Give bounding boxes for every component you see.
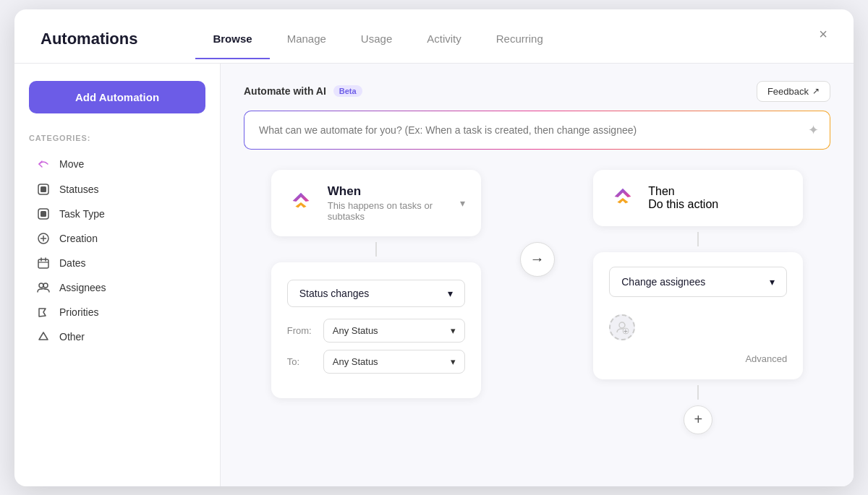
- then-card[interactable]: Then Do this action: [593, 170, 803, 226]
- tab-bar: BrowseManageUsageActivityRecurring: [195, 33, 827, 59]
- status-chevron-icon: ▾: [448, 288, 453, 299]
- add-automation-button[interactable]: Add Automation: [29, 81, 205, 113]
- ai-label-text: Automate with AI: [244, 85, 326, 97]
- svg-rect-7: [38, 259, 48, 268]
- connector-line-3: [697, 385, 699, 400]
- ai-bar: Automate with AI Beta Feedback ↗: [244, 81, 830, 102]
- when-card-text: When This happens on tasks or subtasks: [328, 184, 448, 222]
- svg-rect-3: [41, 211, 46, 217]
- automation-flow: When This happens on tasks or subtasks ▾…: [244, 170, 830, 434]
- when-title: When: [328, 184, 448, 199]
- sidebar-label-priorities: Priorities: [59, 306, 98, 318]
- assignee-area: +: [609, 309, 787, 346]
- action-label: Change assignees: [621, 276, 705, 288]
- sidebar-item-dates[interactable]: Dates: [29, 251, 205, 275]
- sidebar-item-task-type[interactable]: Task Type: [29, 202, 205, 226]
- ai-input[interactable]: [244, 111, 830, 150]
- from-status-value: Any Status: [333, 325, 378, 336]
- move-icon: [36, 158, 51, 171]
- close-button[interactable]: ×: [819, 27, 827, 41]
- modal-title: Automations: [41, 30, 137, 63]
- sidebar-label-dates: Dates: [59, 257, 86, 269]
- then-title: Then: [648, 185, 718, 198]
- change-assignees-dropdown[interactable]: Change assignees ▾: [609, 267, 787, 297]
- when-card[interactable]: When This happens on tasks or subtasks ▾: [271, 170, 481, 236]
- sidebar-label-other: Other: [59, 331, 85, 343]
- sidebar-label-statuses: Statuses: [59, 184, 98, 195]
- priorities-icon: [36, 306, 51, 318]
- automations-modal: Automations BrowseManageUsageActivityRec…: [14, 9, 854, 486]
- svg-point-11: [39, 283, 43, 288]
- add-assignee-icon[interactable]: +: [609, 314, 635, 340]
- add-action-button[interactable]: +: [684, 405, 712, 434]
- sidebar-items: Move Statuses Task Type Creation Dates A…: [29, 151, 205, 349]
- action-chevron-icon: ▾: [770, 276, 775, 288]
- connector-line-2: [697, 232, 699, 246]
- modal-body: Add Automation CATEGORIES: Move Statuses…: [14, 64, 854, 486]
- sidebar-item-priorities[interactable]: Priorities: [29, 300, 205, 324]
- action-detail-card: Change assignees ▾ +: [593, 252, 803, 379]
- assignees-icon: [36, 282, 51, 293]
- when-chevron-icon: ▾: [460, 197, 465, 209]
- advanced-link: Advanced: [609, 352, 787, 365]
- categories-label: CATEGORIES:: [29, 134, 205, 142]
- dates-icon: [36, 257, 51, 269]
- ai-label: Automate with AI Beta: [244, 85, 362, 97]
- to-status-value: Any Status: [333, 356, 378, 367]
- to-row: To: Any Status ▾: [287, 350, 465, 374]
- sidebar-item-other[interactable]: Other: [29, 324, 205, 349]
- ai-input-wrap: ✦: [244, 111, 830, 150]
- svg-point-12: [43, 283, 48, 288]
- when-subtitle: This happens on tasks or subtasks: [328, 200, 448, 222]
- other-icon: [36, 331, 51, 343]
- sidebar-label-task-type: Task Type: [59, 208, 105, 220]
- arrow-circle: →: [520, 242, 555, 277]
- tab-manage[interactable]: Manage: [270, 33, 344, 59]
- statuses-icon: [36, 184, 51, 195]
- sidebar-item-assignees[interactable]: Assignees: [29, 275, 205, 300]
- external-link-icon: ↗: [812, 86, 820, 96]
- then-column: Then Do this action Change assignees ▾: [566, 170, 831, 434]
- clickup-logo-then: [609, 184, 637, 212]
- task-type-icon: [36, 208, 51, 220]
- to-chevron-icon: ▾: [451, 356, 456, 367]
- to-status-select[interactable]: Any Status ▾: [323, 350, 465, 374]
- flow-arrow: →: [509, 242, 566, 277]
- modal-header: Automations BrowseManageUsageActivityRec…: [14, 9, 854, 64]
- from-chevron-icon: ▾: [451, 325, 456, 336]
- beta-badge: Beta: [333, 85, 362, 97]
- sidebar-item-statuses[interactable]: Statuses: [29, 177, 205, 202]
- svg-text:+: +: [624, 327, 628, 335]
- creation-icon: [36, 233, 51, 244]
- tab-activity[interactable]: Activity: [409, 33, 479, 59]
- tab-browse[interactable]: Browse: [195, 33, 269, 59]
- from-status-select[interactable]: Any Status ▾: [323, 319, 465, 343]
- sidebar-label-move: Move: [59, 158, 84, 170]
- sparkle-icon[interactable]: ✦: [808, 122, 819, 138]
- then-subtitle: Do this action: [648, 198, 718, 211]
- add-icon: +: [694, 411, 702, 428]
- main-content: Automate with AI Beta Feedback ↗ ✦: [221, 64, 854, 486]
- connector-line-1: [375, 242, 377, 257]
- sidebar-label-creation: Creation: [59, 233, 98, 244]
- svg-rect-1: [41, 186, 46, 192]
- from-row: From: Any Status ▾: [287, 319, 465, 343]
- sidebar: Add Automation CATEGORIES: Move Statuses…: [14, 64, 221, 486]
- when-column: When This happens on tasks or subtasks ▾…: [244, 170, 509, 398]
- clickup-logo-when: [287, 189, 316, 218]
- advanced-button[interactable]: Advanced: [745, 353, 787, 364]
- sidebar-item-creation[interactable]: Creation: [29, 226, 205, 251]
- sidebar-label-assignees: Assignees: [59, 282, 106, 293]
- status-changes-dropdown[interactable]: Status changes ▾: [287, 280, 465, 307]
- status-changes-label: Status changes: [299, 288, 370, 299]
- arrow-icon: →: [530, 251, 545, 267]
- tab-recurring[interactable]: Recurring: [479, 33, 561, 59]
- to-label: To:: [287, 356, 316, 367]
- tab-usage[interactable]: Usage: [344, 33, 409, 59]
- sidebar-item-move[interactable]: Move: [29, 151, 205, 177]
- feedback-label: Feedback: [767, 86, 809, 97]
- feedback-button[interactable]: Feedback ↗: [757, 81, 830, 102]
- then-card-text: Then Do this action: [648, 185, 718, 211]
- condition-card: Status changes ▾ From: Any Status ▾ To:: [271, 262, 481, 398]
- from-label: From:: [287, 325, 316, 336]
